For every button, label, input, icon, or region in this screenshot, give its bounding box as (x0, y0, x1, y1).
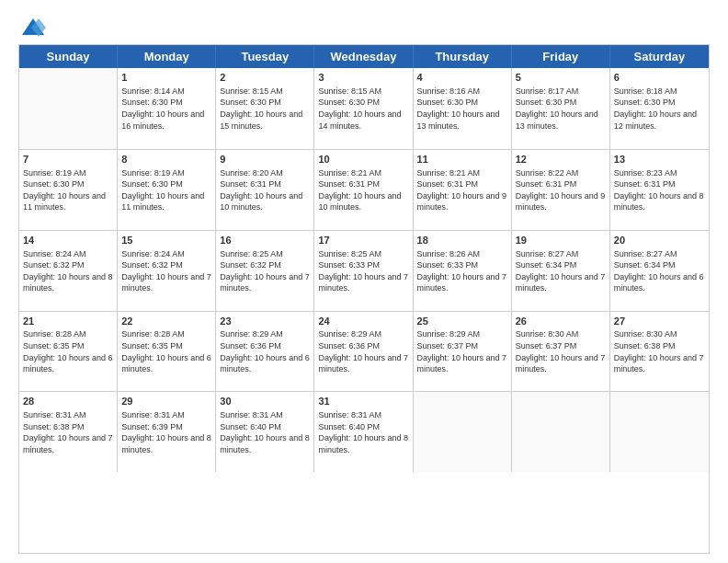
day-number: 13 (614, 153, 705, 167)
header-day-friday: Friday (512, 45, 610, 68)
calendar-cell: 25Sunrise: 8:29 AMSunset: 6:37 PMDayligh… (414, 312, 512, 392)
sun-info: Sunrise: 8:30 AMSunset: 6:37 PMDaylight:… (516, 328, 606, 374)
calendar-cell: 20Sunrise: 8:27 AMSunset: 6:34 PMDayligh… (610, 231, 709, 311)
sun-info: Sunrise: 8:14 AMSunset: 6:30 PMDaylight:… (121, 86, 211, 132)
day-number: 16 (220, 234, 310, 247)
calendar-cell: 31Sunrise: 8:31 AMSunset: 6:40 PMDayligh… (314, 392, 413, 472)
calendar-cell: 2Sunrise: 8:15 AMSunset: 6:30 PMDaylight… (216, 68, 314, 149)
calendar-row-3: 21Sunrise: 8:28 AMSunset: 6:35 PMDayligh… (19, 311, 709, 392)
calendar-cell (414, 392, 512, 472)
day-number: 24 (318, 315, 408, 328)
calendar-cell: 1Sunrise: 8:14 AMSunset: 6:30 PMDaylight… (118, 68, 216, 149)
sun-info: Sunrise: 8:19 AMSunset: 6:30 PMDaylight:… (23, 167, 113, 213)
calendar-row-1: 7Sunrise: 8:19 AMSunset: 6:30 PMDaylight… (19, 149, 709, 230)
day-number: 15 (121, 234, 211, 247)
day-number: 14 (23, 234, 113, 247)
calendar-cell: 7Sunrise: 8:19 AMSunset: 6:30 PMDaylight… (19, 150, 118, 230)
sun-info: Sunrise: 8:19 AMSunset: 6:30 PMDaylight:… (121, 167, 211, 213)
sun-info: Sunrise: 8:28 AMSunset: 6:35 PMDaylight:… (121, 328, 211, 374)
sun-info: Sunrise: 8:27 AMSunset: 6:34 PMDaylight:… (614, 248, 705, 294)
calendar-cell: 4Sunrise: 8:16 AMSunset: 6:30 PMDaylight… (414, 68, 512, 149)
calendar-cell: 15Sunrise: 8:24 AMSunset: 6:32 PMDayligh… (118, 231, 216, 311)
header-day-tuesday: Tuesday (216, 45, 314, 68)
calendar-header: SundayMondayTuesdayWednesdayThursdayFrid… (19, 45, 709, 68)
day-number: 4 (417, 71, 507, 85)
sun-info: Sunrise: 8:29 AMSunset: 6:36 PMDaylight:… (220, 328, 310, 374)
day-number: 19 (516, 234, 606, 247)
sun-info: Sunrise: 8:22 AMSunset: 6:31 PMDaylight:… (516, 167, 606, 213)
sun-info: Sunrise: 8:24 AMSunset: 6:32 PMDaylight:… (23, 248, 113, 294)
calendar-cell: 14Sunrise: 8:24 AMSunset: 6:32 PMDayligh… (19, 231, 118, 311)
day-number: 29 (121, 395, 211, 408)
calendar-cell: 22Sunrise: 8:28 AMSunset: 6:35 PMDayligh… (118, 312, 216, 392)
calendar-body: 1Sunrise: 8:14 AMSunset: 6:30 PMDaylight… (19, 68, 709, 553)
day-number: 27 (614, 315, 705, 328)
sun-info: Sunrise: 8:30 AMSunset: 6:38 PMDaylight:… (614, 328, 705, 374)
calendar-cell: 27Sunrise: 8:30 AMSunset: 6:38 PMDayligh… (610, 312, 709, 392)
day-number: 8 (121, 153, 211, 167)
sun-info: Sunrise: 8:29 AMSunset: 6:36 PMDaylight:… (318, 328, 408, 374)
calendar-cell (610, 392, 709, 472)
sun-info: Sunrise: 8:17 AMSunset: 6:30 PMDaylight:… (516, 86, 606, 132)
calendar-row-4: 28Sunrise: 8:31 AMSunset: 6:38 PMDayligh… (19, 391, 709, 472)
header (18, 15, 710, 37)
page: SundayMondayTuesdayWednesdayThursdayFrid… (0, 0, 728, 563)
day-number: 1 (121, 71, 211, 85)
day-number: 28 (23, 395, 113, 408)
sun-info: Sunrise: 8:31 AMSunset: 6:40 PMDaylight:… (318, 409, 408, 455)
day-number: 3 (318, 71, 408, 85)
day-number: 20 (614, 234, 705, 247)
day-number: 11 (417, 153, 507, 167)
sun-info: Sunrise: 8:31 AMSunset: 6:40 PMDaylight:… (220, 409, 310, 455)
sun-info: Sunrise: 8:16 AMSunset: 6:30 PMDaylight:… (417, 86, 507, 132)
calendar-cell: 28Sunrise: 8:31 AMSunset: 6:38 PMDayligh… (19, 392, 118, 472)
sun-info: Sunrise: 8:28 AMSunset: 6:35 PMDaylight:… (23, 328, 113, 374)
day-number: 5 (516, 71, 606, 85)
logo (18, 15, 46, 37)
calendar-cell: 24Sunrise: 8:29 AMSunset: 6:36 PMDayligh… (314, 312, 413, 392)
calendar-cell: 30Sunrise: 8:31 AMSunset: 6:40 PMDayligh… (216, 392, 314, 472)
header-day-saturday: Saturday (610, 45, 709, 68)
header-day-thursday: Thursday (414, 45, 512, 68)
calendar-cell: 12Sunrise: 8:22 AMSunset: 6:31 PMDayligh… (512, 150, 610, 230)
sun-info: Sunrise: 8:31 AMSunset: 6:38 PMDaylight:… (23, 409, 113, 455)
calendar-cell: 10Sunrise: 8:21 AMSunset: 6:31 PMDayligh… (314, 150, 413, 230)
calendar-cell: 11Sunrise: 8:21 AMSunset: 6:31 PMDayligh… (414, 150, 512, 230)
sun-info: Sunrise: 8:21 AMSunset: 6:31 PMDaylight:… (417, 167, 507, 213)
header-day-monday: Monday (118, 45, 216, 68)
day-number: 30 (220, 395, 310, 408)
day-number: 25 (417, 315, 507, 328)
logo-icon (20, 15, 46, 40)
calendar-cell: 18Sunrise: 8:26 AMSunset: 6:33 PMDayligh… (414, 231, 512, 311)
calendar-cell: 16Sunrise: 8:25 AMSunset: 6:32 PMDayligh… (216, 231, 314, 311)
sun-info: Sunrise: 8:31 AMSunset: 6:39 PMDaylight:… (121, 409, 211, 455)
calendar: SundayMondayTuesdayWednesdayThursdayFrid… (18, 44, 710, 554)
calendar-cell: 5Sunrise: 8:17 AMSunset: 6:30 PMDaylight… (512, 68, 610, 149)
calendar-cell: 19Sunrise: 8:27 AMSunset: 6:34 PMDayligh… (512, 231, 610, 311)
day-number: 12 (516, 153, 606, 167)
calendar-cell: 23Sunrise: 8:29 AMSunset: 6:36 PMDayligh… (216, 312, 314, 392)
calendar-cell: 8Sunrise: 8:19 AMSunset: 6:30 PMDaylight… (118, 150, 216, 230)
day-number: 22 (121, 315, 211, 328)
sun-info: Sunrise: 8:27 AMSunset: 6:34 PMDaylight:… (516, 248, 606, 294)
sun-info: Sunrise: 8:26 AMSunset: 6:33 PMDaylight:… (417, 248, 507, 294)
day-number: 26 (516, 315, 606, 328)
header-day-wednesday: Wednesday (314, 45, 413, 68)
day-number: 17 (318, 234, 408, 247)
sun-info: Sunrise: 8:23 AMSunset: 6:31 PMDaylight:… (614, 167, 705, 213)
sun-info: Sunrise: 8:25 AMSunset: 6:32 PMDaylight:… (220, 248, 310, 294)
sun-info: Sunrise: 8:18 AMSunset: 6:30 PMDaylight:… (614, 86, 705, 132)
calendar-cell: 21Sunrise: 8:28 AMSunset: 6:35 PMDayligh… (19, 312, 118, 392)
calendar-cell (19, 68, 118, 149)
day-number: 31 (318, 395, 408, 408)
day-number: 23 (220, 315, 310, 328)
sun-info: Sunrise: 8:15 AMSunset: 6:30 PMDaylight:… (220, 86, 310, 132)
calendar-cell (512, 392, 610, 472)
sun-info: Sunrise: 8:20 AMSunset: 6:31 PMDaylight:… (220, 167, 310, 213)
day-number: 7 (23, 153, 113, 167)
day-number: 10 (318, 153, 408, 167)
calendar-cell: 3Sunrise: 8:15 AMSunset: 6:30 PMDaylight… (314, 68, 413, 149)
sun-info: Sunrise: 8:29 AMSunset: 6:37 PMDaylight:… (417, 328, 507, 374)
calendar-cell: 9Sunrise: 8:20 AMSunset: 6:31 PMDaylight… (216, 150, 314, 230)
day-number: 21 (23, 315, 113, 328)
